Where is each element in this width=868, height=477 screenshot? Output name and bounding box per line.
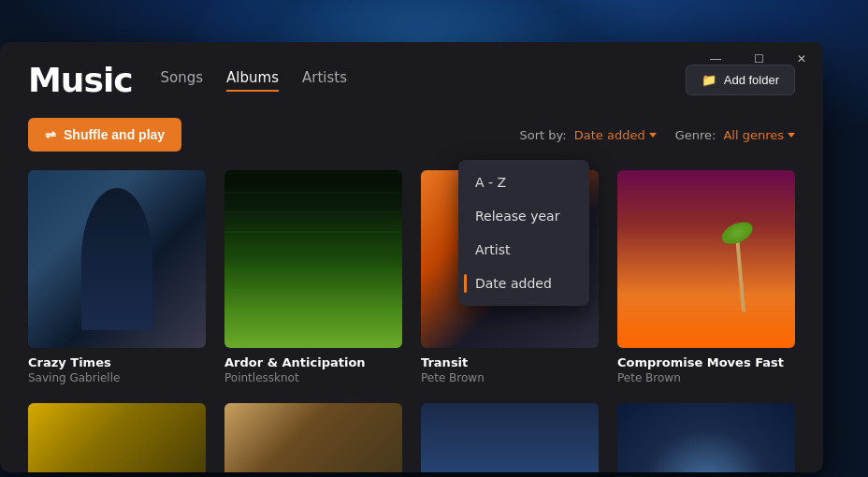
ardor-inner bbox=[224, 170, 402, 348]
sort-option-artist[interactable]: Artist bbox=[458, 233, 589, 267]
nav-albums[interactable]: Albums bbox=[226, 69, 279, 92]
album-artist-ardor: Pointlessknot bbox=[224, 371, 402, 384]
album-card-r3[interactable] bbox=[224, 403, 402, 472]
sort-date-added-label: Date added bbox=[475, 276, 552, 291]
shuffle-play-button[interactable]: ⇌ Shuffle and play bbox=[28, 118, 181, 152]
album-artist-crazy-times: Saving Gabrielle bbox=[28, 371, 206, 384]
shuffle-icon: ⇌ bbox=[45, 127, 56, 142]
album-thumb-r4 bbox=[421, 403, 599, 472]
album-artist-compromise: Pete Brown bbox=[617, 371, 795, 384]
compromise-inner bbox=[617, 170, 795, 348]
album-title-crazy-times: Crazy Times bbox=[28, 355, 206, 369]
sort-dropdown-menu: A - Z Release year Artist Date added bbox=[458, 160, 589, 306]
palm-icon bbox=[734, 224, 745, 312]
main-content: ⇌ Shuffle and play Sort by: Date added G… bbox=[0, 99, 823, 472]
album-thumb-r2 bbox=[28, 403, 206, 472]
nav-artists[interactable]: Artists bbox=[302, 69, 347, 92]
albums-grid: Crazy Times Saving Gabrielle Ardor & Ant… bbox=[28, 170, 795, 472]
nav-songs[interactable]: Songs bbox=[161, 69, 204, 92]
sort-option-release-year[interactable]: Release year bbox=[458, 199, 589, 233]
app-window: — ☐ ✕ Music Songs Albums Artists 📁 Add f… bbox=[0, 42, 823, 472]
genre-prefix-label: Genre: bbox=[675, 128, 716, 142]
title-bar: — ☐ ✕ bbox=[694, 42, 823, 76]
genre-chevron-icon bbox=[788, 133, 795, 137]
toolbar: ⇌ Shuffle and play Sort by: Date added G… bbox=[28, 118, 795, 152]
genre-value-label: All genres bbox=[723, 128, 784, 142]
shuffle-label: Shuffle and play bbox=[64, 127, 165, 142]
sort-release-year-label: Release year bbox=[475, 209, 559, 224]
album-thumb-r3 bbox=[224, 403, 402, 472]
album-thumb-ardor bbox=[224, 170, 402, 348]
genre-dropdown-trigger[interactable]: All genres bbox=[723, 128, 795, 142]
album-thumb-compromise bbox=[617, 170, 795, 348]
album-thumb-r5 bbox=[617, 403, 795, 472]
album-card-ardor[interactable]: Ardor & Anticipation Pointlessknot bbox=[224, 170, 402, 384]
sort-group: Sort by: Date added bbox=[520, 128, 657, 142]
sort-az-label: A - Z bbox=[475, 175, 506, 190]
sort-prefix-label: Sort by: bbox=[520, 128, 567, 142]
album-card-r4[interactable] bbox=[421, 403, 599, 472]
album-title-transit: Transit bbox=[421, 355, 599, 369]
sort-dropdown-trigger[interactable]: Date added bbox=[574, 128, 657, 142]
close-button[interactable]: ✕ bbox=[780, 42, 823, 76]
genre-group: Genre: All genres bbox=[675, 128, 795, 142]
album-card-compromise[interactable]: Compromise Moves Fast Pete Brown bbox=[617, 170, 795, 384]
minimize-button[interactable]: — bbox=[694, 42, 737, 76]
album-card-r2[interactable] bbox=[28, 403, 206, 472]
sort-option-az[interactable]: A - Z bbox=[458, 166, 589, 199]
album-card-crazy-times[interactable]: Crazy Times Saving Gabrielle bbox=[28, 170, 206, 384]
sort-chevron-icon bbox=[649, 133, 657, 137]
sort-artist-label: Artist bbox=[475, 242, 511, 257]
sort-option-date-added[interactable]: Date added bbox=[458, 267, 589, 300]
app-title: Music bbox=[28, 61, 133, 99]
album-title-ardor: Ardor & Anticipation bbox=[224, 355, 402, 369]
album-card-r5[interactable] bbox=[617, 403, 795, 472]
maximize-button[interactable]: ☐ bbox=[737, 42, 780, 76]
album-thumb-crazy-times bbox=[28, 170, 206, 348]
sort-value-label: Date added bbox=[574, 128, 645, 142]
album-artist-transit: Pete Brown bbox=[421, 371, 599, 384]
album-title-compromise: Compromise Moves Fast bbox=[617, 355, 795, 369]
main-nav: Songs Albums Artists bbox=[161, 69, 658, 92]
